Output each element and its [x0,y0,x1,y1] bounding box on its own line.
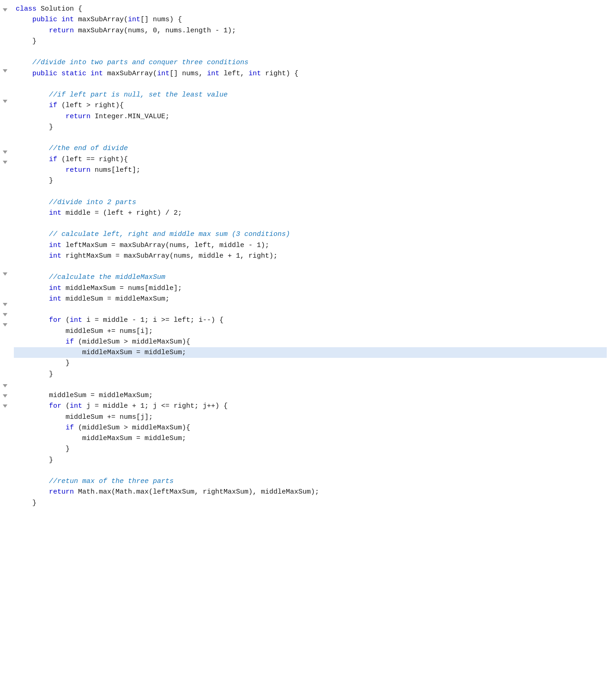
fold-triangle-icon[interactable] [3,8,7,12]
gutter-row [3,86,7,96]
gutter-row [3,106,7,116]
code-line: int rightMaxSum = maxSubArray(nums, midd… [14,251,607,261]
code-line: return maxSubArray(nums, 0, nums.length … [14,25,607,36]
comment-text: //divide into 2 parts [16,197,136,208]
code-text: int middle = (left + right) / 2; [16,208,182,218]
code-line [14,218,607,229]
fold-triangle-icon[interactable] [3,69,7,72]
code-line: class Solution { [14,4,607,14]
code-line: //divide into two parts and conquer thre… [14,57,607,68]
code-line [14,261,607,272]
code-text: return nums[left]; [16,165,140,175]
code-line: return Math.max(Math.max(leftMaxSum, rig… [14,487,607,497]
fold-triangle-icon[interactable] [3,100,7,103]
fold-triangle-icon[interactable] [3,384,7,387]
gutter-row [3,248,7,259]
code-line: } [14,444,607,454]
gutter-row [3,380,7,391]
code-editor: class Solution { public int maxSubArray(… [0,0,616,688]
code-text: return maxSubArray(nums, 0, nums.length … [16,25,236,36]
gutter-row [3,320,7,330]
code-line: if (middleSum > middleMaxSum){ [14,422,607,433]
code-text: } [16,455,53,465]
code-text: middleSum += nums[j]; [16,412,153,422]
code-line: return Integer.MIN_VALUE; [14,111,607,122]
code-line: } [14,36,607,47]
code-line: for (int i = middle - 1; i >= left; i--)… [14,315,607,326]
gutter-row [3,452,7,462]
fold-triangle-icon[interactable] [3,151,7,154]
code-text: } [16,36,36,47]
gutter-row [3,350,7,360]
code-text: middleSum += nums[i]; [16,326,153,337]
code-line: //divide into 2 parts [14,197,607,208]
gutter-row [3,208,7,218]
code-text: } [16,358,70,368]
code-line [14,47,607,57]
code-text: } [16,175,53,186]
gutter-row [3,401,7,411]
gutter [0,4,10,684]
code-line: if (left > right){ [14,100,607,111]
gutter-row [3,116,7,127]
gutter-row [3,411,7,421]
gutter-row [3,462,7,472]
gutter-row [3,279,7,289]
fold-triangle-icon[interactable] [3,404,7,408]
code-line: int leftMaxSum = maxSubArray(nums, left,… [14,240,607,251]
gutter-row [3,157,7,167]
code-line: middleMaxSum = middleSum; [14,347,607,358]
code-text: if (left == right){ [16,154,128,165]
gutter-row [3,198,7,208]
code-text: if (middleSum > middleMaxSum){ [16,422,190,433]
code-line [14,186,607,197]
code-line: middleSum += nums[j]; [14,412,607,422]
code-line: // calculate left, right and middle max … [14,229,607,240]
gutter-row [3,45,7,55]
code-line: if (left == right){ [14,154,607,165]
code-line: //retun max of the three parts [14,476,607,487]
code-text: } [16,444,70,454]
fold-triangle-icon[interactable] [3,313,7,316]
code-line: int middleMaxSum = nums[middle]; [14,283,607,294]
comment-text: //divide into two parts and conquer thre… [16,57,248,68]
code-line [14,304,607,315]
gutter-row [3,96,7,106]
gutter-row [3,360,7,370]
code-line: //if left part is null, set the least va… [14,90,607,100]
gutter-row [3,472,7,482]
fold-triangle-icon[interactable] [3,394,7,398]
gutter-row [3,127,7,137]
code-line: //the end of divide [14,143,607,154]
code-line: public int maxSubArray(int[] nums) { [14,14,607,25]
code-text: middleMaxSum = middleSum; [16,347,186,358]
code-line [14,133,607,143]
gutter-row [3,228,7,238]
gutter-row [3,187,7,198]
gutter-row [3,259,7,269]
code-line: //calculate the middleMaxSum [14,272,607,283]
gutter-row [3,391,7,401]
fold-triangle-icon[interactable] [3,272,7,276]
code-text: public int maxSubArray(int[] nums) { [16,14,182,25]
code-line [14,380,607,390]
gutter-row [3,218,7,228]
comment-text: //retun max of the three parts [16,476,174,487]
gutter-row [3,5,7,15]
gutter-row [3,238,7,248]
code-line: } [14,122,607,133]
fold-triangle-icon[interactable] [3,303,7,306]
code-lines: class Solution { public int maxSubArray(… [10,4,616,684]
code-text: int leftMaxSum = maxSubArray(nums, left,… [16,240,269,251]
gutter-row [3,15,7,25]
code-line: } [14,358,607,368]
gutter-row [3,167,7,177]
code-line: } [14,175,607,186]
code-text: int rightMaxSum = maxSubArray(nums, midd… [16,251,278,261]
code-text: for (int j = middle + 1; j <= right; j++… [16,401,228,411]
fold-triangle-icon[interactable] [3,323,7,326]
fold-triangle-icon[interactable] [3,161,7,164]
gutter-row [3,66,7,76]
gutter-row [3,137,7,147]
gutter-row [3,299,7,309]
